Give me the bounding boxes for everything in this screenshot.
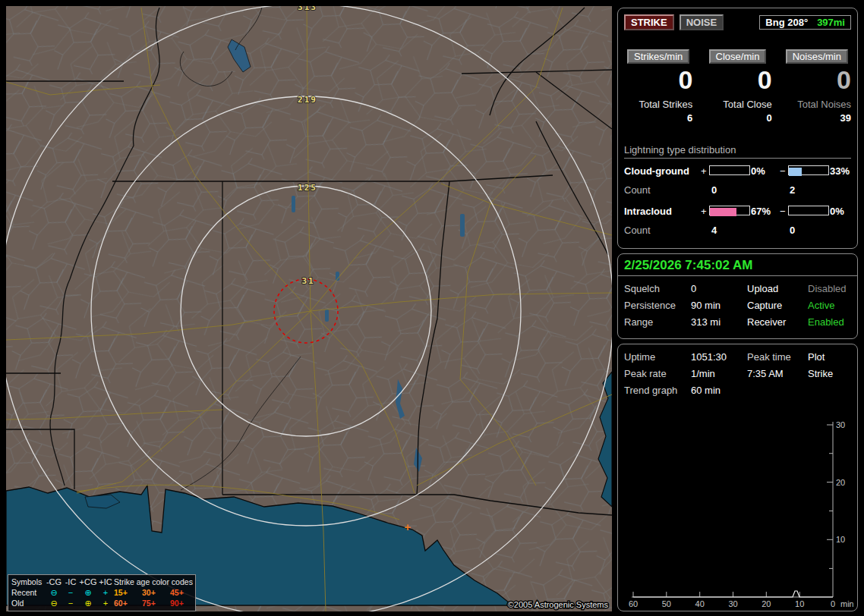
legend-age-title: Strike age color codes: [114, 577, 197, 586]
cg-positive-bar: [709, 165, 750, 175]
uptime-value: 1051:30: [691, 351, 747, 363]
upload-label: Upload: [747, 283, 808, 294]
count-label: Count: [624, 225, 651, 236]
strike-toggle-button[interactable]: STRIKE: [624, 14, 674, 30]
noises-per-min-button[interactable]: Noises/min: [786, 49, 848, 64]
map-legend: Symbols -CG -IC +CG +IC Strike age color…: [8, 574, 196, 611]
strikes-per-min-button[interactable]: Strikes/min: [627, 49, 689, 64]
datetime-display: 2/25/2026 7:45:02 AM: [618, 254, 857, 276]
ic-negative-count: 0: [790, 225, 795, 236]
cg-positive-pct: 0%: [751, 165, 765, 177]
total-noises-value: 39: [783, 112, 851, 124]
trend-graph: 30 20 10 60 50 40 30 20 10 0 min: [624, 417, 853, 608]
squelch-value: 0: [691, 283, 747, 294]
counters-panel: STRIKE NOISE Bng 208° 397mi Strikes/min …: [617, 8, 858, 249]
ic-positive-pct: 67%: [751, 206, 771, 217]
uptime-label: Uptime: [624, 351, 691, 363]
x-tick-0: 0: [831, 599, 835, 608]
cg-negative-pct: 33%: [830, 165, 850, 177]
total-close: Total Close 0: [703, 99, 771, 124]
map-copyright: ©2005 Astrogenic Systems: [508, 600, 609, 609]
peak-time-value: 7:35 AM: [747, 368, 808, 379]
range-value: 313 mi: [691, 316, 747, 328]
noise-toggle-button[interactable]: NOISE: [680, 14, 724, 30]
plot-value: Strike: [808, 368, 851, 379]
x-tick-40: 40: [695, 599, 705, 608]
cg-negative-bar: [788, 165, 829, 175]
total-noises-label: Total Noises: [783, 99, 851, 110]
cloud-ground-label: Cloud-ground: [624, 165, 689, 177]
neg-ic-recent-icon: −: [62, 588, 79, 597]
ic-negative-pct: 0%: [830, 206, 844, 217]
ic-positive-count: 4: [711, 225, 717, 236]
receiver-status: Enabled: [808, 316, 851, 328]
total-strikes-label: Total Strikes: [624, 99, 692, 110]
cg-positive-count: 0: [711, 184, 717, 196]
trend-graph-value: 60 min: [691, 385, 747, 396]
trend-axes: [632, 422, 833, 597]
peak-rate-value: 1/min: [691, 368, 747, 379]
age-badge-30: 30+: [142, 588, 170, 597]
total-noises: Total Noises 39: [783, 99, 851, 124]
persistence-label: Persistence: [624, 300, 691, 311]
legend-header-row: Symbols -CG -IC +CG +IC Strike age color…: [11, 577, 192, 587]
plus-sign: +: [701, 206, 707, 217]
count-label: Count: [624, 184, 651, 196]
strike-symbol-old-posic: +: [405, 520, 412, 533]
pos-cg-recent-icon: ⊕: [79, 588, 97, 597]
pos-ic-recent-icon: +: [97, 588, 114, 597]
legend-recent-label: Recent: [11, 588, 46, 597]
peak-time-label: Peak time: [747, 351, 808, 363]
capture-label: Capture: [747, 300, 808, 311]
trend-graph-label: Trend graph: [624, 385, 691, 396]
bearing-readout: Bng 208° 397mi: [759, 15, 851, 30]
upload-status: Disabled: [808, 283, 851, 294]
y-tick-20: 20: [836, 478, 845, 487]
noises-per-min-value: 0: [783, 65, 851, 94]
age-badge-15: 15+: [114, 588, 142, 597]
close-per-min-value: 0: [703, 65, 771, 94]
neg-ic-old-icon: −: [62, 599, 79, 608]
peak-rate-label: Peak rate: [624, 368, 691, 379]
cg-negative-count: 2: [790, 184, 795, 196]
total-strikes-value: 6: [624, 112, 692, 124]
neg-cg-old-icon: ⊖: [46, 599, 62, 608]
x-tick-50: 50: [662, 599, 671, 608]
map-canvas: 313 219 125 31 + ©2005 Astrogenic System…: [6, 6, 612, 611]
legend-col-neg-ic: -IC: [62, 577, 79, 586]
plot-label: Plot: [808, 351, 851, 363]
legend-symbols-label: Symbols: [11, 577, 46, 586]
neg-cg-recent-icon: ⊖: [46, 588, 62, 597]
total-strikes: Total Strikes 6: [624, 99, 692, 124]
strikes-per-min-value: 0: [624, 65, 692, 94]
legend-old-row: Old ⊖ − ⊕ + 60+ 75+ 90+: [11, 598, 192, 608]
legend-col-pos-cg: +CG: [79, 577, 97, 586]
ring-label-125: 125: [298, 183, 317, 193]
age-badge-45: 45+: [170, 588, 197, 597]
minus-sign: −: [780, 165, 786, 177]
legend-recent-row: Recent ⊖ − ⊕ + 15+ 30+ 45+: [11, 587, 192, 598]
bearing-label: Bng 208°: [765, 16, 808, 29]
ring-label-31: 31: [301, 276, 314, 286]
cloud-ground-row: Cloud-ground + 0% − 33%: [624, 164, 851, 181]
status-panel: 2/25/2026 7:45:02 AM Squelch 0 Upload Di…: [617, 253, 858, 339]
cloud-ground-count-row: Count 0 2: [624, 183, 851, 199]
trend-tick-labels: 30 20 10 60 50 40 30 20 10 0 min: [629, 420, 853, 608]
x-tick-10: 10: [795, 599, 804, 608]
intracloud-label: Intracloud: [624, 206, 672, 217]
bearing-distance: 397mi: [817, 16, 845, 29]
intracloud-count-row: Count 4 0: [624, 223, 851, 239]
ic-positive-bar: [709, 206, 750, 215]
x-tick-60: 60: [629, 599, 638, 608]
minus-sign: −: [780, 206, 786, 217]
ring-label-313: 313: [298, 6, 317, 12]
y-tick-30: 30: [836, 420, 845, 429]
age-badge-60: 60+: [114, 599, 142, 608]
age-badge-75: 75+: [142, 599, 170, 608]
close-per-min-button[interactable]: Close/min: [709, 49, 767, 64]
squelch-label: Squelch: [624, 283, 691, 294]
lightning-map: 313 219 125 31 + ©2005 Astrogenic System…: [6, 6, 612, 611]
stats-trend-panel: Uptime 1051:30 Peak time Plot Peak rate …: [617, 344, 858, 611]
y-tick-10: 10: [836, 535, 845, 544]
x-tick-30: 30: [728, 599, 737, 608]
